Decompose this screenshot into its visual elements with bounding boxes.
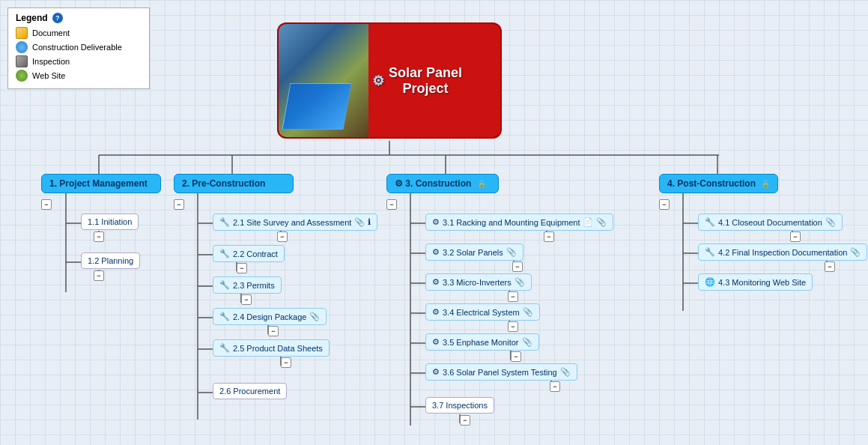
node-42-collapse[interactable]: − xyxy=(825,261,835,272)
node-33-attach-icon: 📎 xyxy=(515,277,525,287)
legend-box: Legend ? Document Construction Deliverab… xyxy=(7,7,150,89)
node-35-label: 3.5 Enphase Monitor xyxy=(443,338,519,347)
node-32[interactable]: ⚙ 3.2 Solar Panels 📎 xyxy=(425,243,523,261)
document-icon xyxy=(16,27,28,39)
node-21-collapse[interactable]: − xyxy=(277,231,288,242)
node-21-info-icon: ℹ xyxy=(368,217,371,227)
node-41[interactable]: 🔧 4.1 Closeout Documentation 📎 xyxy=(698,214,843,231)
cat4-collapse[interactable]: − xyxy=(659,199,670,210)
node-35-gear-icon: ⚙ xyxy=(432,337,440,347)
node-12[interactable]: 1.2 Planning xyxy=(81,252,140,269)
cat-project-management[interactable]: 1. Project Management xyxy=(41,174,161,193)
node-36-gear-icon: ⚙ xyxy=(432,367,440,377)
node-24-attach-icon: 📎 xyxy=(309,312,320,321)
node-34[interactable]: ⚙ 3.4 Electrical System 📎 xyxy=(425,303,540,321)
node-33-label: 3.3 Micro-Inverters xyxy=(443,278,512,287)
node-24-label: 2.4 Design Package xyxy=(233,312,306,321)
cat-construction[interactable]: ⚙ 3. Construction 🔒 xyxy=(386,174,499,193)
cat1-label: 1. Project Management xyxy=(49,178,148,189)
node-23[interactable]: 🔧 2.3 Permits xyxy=(213,276,282,294)
node-37-label: 3.7 Inspections xyxy=(432,401,488,410)
node-21[interactable]: 🔧 2.1 Site Survey and Assessment 📎 ℹ xyxy=(213,214,377,231)
node-31[interactable]: ⚙ 3.1 Racking and Mounting Equipment 📄 📎 xyxy=(425,214,613,231)
node-35-collapse[interactable]: − xyxy=(511,351,521,362)
node-23-doc-icon: 🔧 xyxy=(219,280,230,290)
node-26[interactable]: 2.6 Procurement xyxy=(213,383,287,399)
node-31-attach-icon: 📎 xyxy=(596,217,607,227)
legend-web: Web Site xyxy=(16,70,142,82)
node-36-collapse[interactable]: − xyxy=(550,381,560,392)
root-node: ⚙ Solar Panel Project xyxy=(277,22,502,139)
node-25-collapse[interactable]: − xyxy=(281,357,291,368)
node-12-label: 1.2 Planning xyxy=(88,256,133,265)
cat3-indicator: 🔒 xyxy=(477,180,486,188)
node-25-doc-icon: 🔧 xyxy=(219,343,230,353)
cat4-label: 4. Post-Construction xyxy=(667,178,756,189)
node-42-label: 4.2 Final Inspection Documentation xyxy=(718,248,847,257)
node-31-label: 3.1 Racking and Mounting Equipment xyxy=(443,218,580,227)
node-32-collapse[interactable]: − xyxy=(512,261,523,272)
cat-post-construction[interactable]: 4. Post-Construction 🔒 xyxy=(659,174,778,193)
node-11-collapse[interactable]: − xyxy=(94,231,104,242)
node-42[interactable]: 🔧 4.2 Final Inspection Documentation 📎 xyxy=(698,243,867,261)
node-33-gear-icon: ⚙ xyxy=(432,277,440,287)
node-31-doc-icon: 📄 xyxy=(583,217,593,227)
node-41-label: 4.1 Closeout Documentation xyxy=(718,218,822,227)
node-35[interactable]: ⚙ 3.5 Enphase Monitor 📎 xyxy=(425,333,539,351)
node-42-attach-icon: 📎 xyxy=(850,247,861,257)
legend-inspect: Inspection xyxy=(16,55,142,67)
node-37-collapse[interactable]: − xyxy=(460,415,470,426)
node-43[interactable]: 🌐 4.3 Monitoring Web Site xyxy=(698,273,813,291)
root-node-image xyxy=(279,24,368,137)
node-41-doc-icon: 🔧 xyxy=(705,217,715,227)
legend-title: Legend ? xyxy=(16,13,142,23)
node-24-doc-icon: 🔧 xyxy=(219,312,230,321)
node-21-attach-icon: 📎 xyxy=(354,217,365,227)
node-21-label: 2.1 Site Survey and Assessment xyxy=(233,218,351,227)
node-24[interactable]: 🔧 2.4 Design Package 📎 xyxy=(213,308,327,325)
cat3-gear-icon: ⚙ xyxy=(395,178,405,189)
node-23-collapse[interactable]: − xyxy=(241,294,252,305)
node-31-gear-icon: ⚙ xyxy=(432,217,440,227)
node-24-collapse[interactable]: − xyxy=(268,326,279,336)
node-34-attach-icon: 📎 xyxy=(523,307,533,317)
node-32-attach-icon: 📎 xyxy=(506,247,517,257)
cat-pre-construction[interactable]: 2. Pre-Construction xyxy=(174,174,294,193)
node-12-collapse[interactable]: − xyxy=(94,270,104,281)
node-36-attach-icon: 📎 xyxy=(560,367,571,377)
cat2-collapse[interactable]: − xyxy=(174,199,184,210)
node-25[interactable]: 🔧 2.5 Product Data Sheets xyxy=(213,339,330,357)
node-37[interactable]: 3.7 Inspections xyxy=(425,397,494,414)
node-11[interactable]: 1.1 Initiation xyxy=(81,214,139,230)
node-31-collapse[interactable]: − xyxy=(544,231,554,242)
node-22-collapse[interactable]: − xyxy=(237,263,247,273)
node-41-attach-icon: 📎 xyxy=(825,217,836,227)
node-21-doc-icon: 🔧 xyxy=(219,217,230,227)
node-43-label: 4.3 Monitoring Web Site xyxy=(718,278,806,287)
website-icon xyxy=(16,70,28,82)
node-33[interactable]: ⚙ 3.3 Micro-Inverters 📎 xyxy=(425,273,532,291)
node-25-label: 2.5 Product Data Sheets xyxy=(233,344,323,353)
node-34-gear-icon: ⚙ xyxy=(432,307,440,317)
cat4-indicator: 🔒 xyxy=(761,180,770,188)
cat3-label: 3. Construction xyxy=(405,178,471,189)
node-41-collapse[interactable]: − xyxy=(790,231,801,242)
root-title: Solar Panel Project xyxy=(365,65,485,97)
node-42-doc-icon: 🔧 xyxy=(705,247,715,257)
node-33-collapse[interactable]: − xyxy=(508,291,518,302)
legend-construct: Construction Deliverable xyxy=(16,41,142,53)
node-34-collapse[interactable]: − xyxy=(508,321,518,332)
cat2-label: 2. Pre-Construction xyxy=(182,178,265,189)
cat3-collapse[interactable]: − xyxy=(386,199,397,210)
node-22[interactable]: 🔧 2.2 Contract xyxy=(213,245,285,262)
node-43-web-icon: 🌐 xyxy=(705,277,715,287)
cat1-collapse[interactable]: − xyxy=(41,199,52,210)
node-32-label: 3.2 Solar Panels xyxy=(443,248,503,257)
help-icon[interactable]: ? xyxy=(52,13,63,23)
node-36[interactable]: ⚙ 3.6 Solar Panel System Testing 📎 xyxy=(425,363,577,381)
node-22-doc-icon: 🔧 xyxy=(219,249,230,258)
node-35-attach-icon: 📎 xyxy=(522,337,532,347)
node-23-label: 2.3 Permits xyxy=(233,281,275,290)
node-32-gear-icon: ⚙ xyxy=(432,247,440,257)
node-11-label: 1.1 Initiation xyxy=(88,217,132,226)
